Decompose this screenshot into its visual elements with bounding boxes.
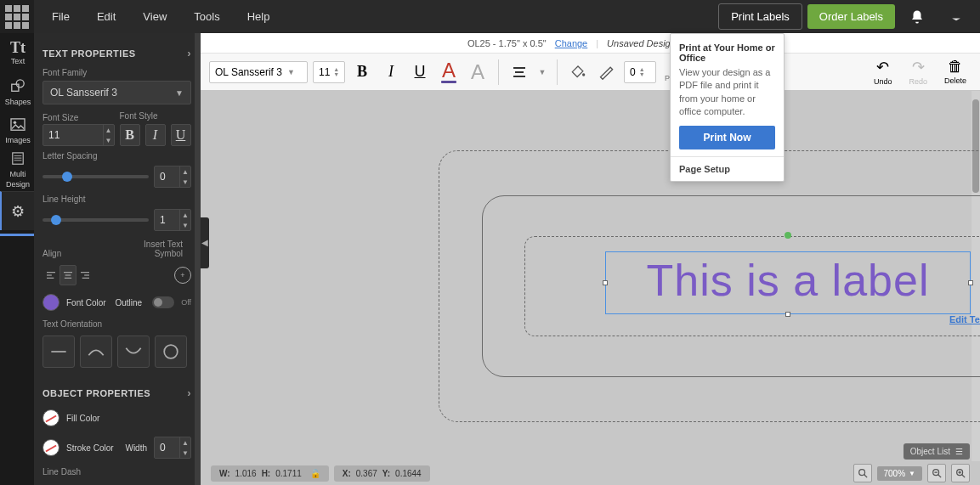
menu-tools[interactable]: Tools bbox=[180, 0, 233, 33]
svg-line-26 bbox=[864, 475, 866, 477]
zoom-in-button[interactable] bbox=[951, 464, 970, 482]
svg-line-33 bbox=[962, 475, 965, 477]
chevron-right-icon: › bbox=[187, 386, 191, 399]
canvas[interactable]: This is a label Edit Text bbox=[201, 91, 980, 471]
text-object-selected[interactable]: This is a label bbox=[605, 251, 971, 314]
redo-button[interactable]: ↷Redo bbox=[904, 58, 932, 86]
tb-textcolor-alt[interactable]: A bbox=[466, 60, 490, 84]
svg-line-29 bbox=[938, 475, 941, 477]
font-color-swatch[interactable] bbox=[42, 294, 59, 311]
canvas-text: This is a label bbox=[606, 252, 970, 308]
document-header: OL25 - 1.75" x 0.5" Change | Unsaved Des… bbox=[201, 33, 980, 54]
expand-more-icon[interactable] bbox=[939, 0, 973, 33]
object-list-button[interactable]: Object List☰ bbox=[904, 443, 970, 460]
main-menu: File Edit View Tools Help bbox=[38, 0, 283, 33]
tb-italic[interactable]: I bbox=[379, 60, 403, 84]
orientation-arc-down[interactable] bbox=[117, 336, 150, 368]
edit-text-link[interactable]: Edit Text bbox=[949, 314, 980, 424]
font-family-select[interactable]: OL Sansserif 3▼ bbox=[42, 81, 191, 104]
insert-symbol-button[interactable]: + bbox=[174, 267, 191, 284]
paint-bucket-icon bbox=[569, 62, 586, 82]
align-center-button[interactable] bbox=[59, 265, 76, 285]
font-family-label: Font Family bbox=[34, 65, 200, 79]
orientation-straight[interactable] bbox=[42, 336, 75, 368]
change-product-link[interactable]: Change bbox=[555, 38, 588, 48]
rail-settings[interactable]: ⚙ bbox=[0, 191, 34, 230]
format-toolbar: OL Sansserif 3▼ 11▲▼ B I U A A ▼ 0▲▼ Pos… bbox=[201, 54, 980, 91]
align-left-button[interactable] bbox=[42, 265, 59, 285]
text-properties-header[interactable]: TEXT PROPERTIES› bbox=[34, 33, 200, 65]
print-now-button[interactable]: Print Now bbox=[679, 126, 775, 149]
svg-rect-4 bbox=[13, 152, 23, 163]
menu-help[interactable]: Help bbox=[234, 0, 284, 33]
orientation-circle[interactable] bbox=[155, 336, 187, 368]
stroke-width-input[interactable]: ▲▼ bbox=[154, 437, 191, 459]
order-labels-button[interactable]: Order Labels bbox=[807, 4, 895, 29]
panel-scrollbar[interactable] bbox=[195, 33, 200, 485]
tb-rotation[interactable]: 0▲▼ bbox=[624, 61, 656, 83]
rail-multidesign[interactable]: MultiDesign bbox=[0, 150, 34, 189]
undo-button[interactable]: ↶Undo bbox=[869, 58, 898, 86]
rotate-handle[interactable] bbox=[785, 232, 791, 239]
tb-stroke[interactable] bbox=[595, 60, 619, 84]
zoom-select[interactable]: 700%▼ bbox=[877, 466, 923, 481]
delete-button[interactable]: 🗑Delete bbox=[939, 58, 972, 86]
shapes-icon bbox=[10, 78, 25, 96]
print-labels-button[interactable]: Print Labels bbox=[718, 3, 802, 30]
letter-spacing-input[interactable]: ▲▼ bbox=[154, 166, 191, 188]
popover-title: Print at Your Home or Office bbox=[671, 34, 784, 66]
notifications-icon[interactable] bbox=[900, 0, 934, 33]
rail-text[interactable]: TtText bbox=[0, 33, 34, 72]
orientation-arc-up[interactable] bbox=[80, 336, 112, 368]
undo-icon: ↶ bbox=[876, 58, 889, 76]
tb-underline[interactable]: U bbox=[408, 60, 432, 84]
tb-font-select[interactable]: OL Sansserif 3▼ bbox=[209, 61, 308, 83]
resize-handle-right[interactable] bbox=[968, 280, 973, 285]
svg-point-18 bbox=[164, 345, 178, 358]
menu-view[interactable]: View bbox=[129, 0, 180, 33]
collapse-panel-handle[interactable]: ◀ bbox=[201, 217, 209, 268]
italic-button[interactable]: I bbox=[145, 124, 166, 146]
line-height-slider[interactable] bbox=[42, 218, 149, 222]
image-icon bbox=[10, 118, 25, 134]
object-properties-header[interactable]: OBJECT PROPERTIES› bbox=[34, 373, 200, 404]
step-down-icon[interactable]: ▼ bbox=[104, 135, 114, 145]
resize-handle-bottom[interactable] bbox=[785, 312, 790, 317]
svg-rect-0 bbox=[12, 84, 19, 91]
menu-file[interactable]: File bbox=[38, 0, 83, 33]
resize-handle-left[interactable] bbox=[603, 280, 608, 285]
menu-edit[interactable]: Edit bbox=[83, 0, 129, 33]
page-setup-link[interactable]: Page Setup bbox=[671, 156, 784, 181]
trash-icon: 🗑 bbox=[948, 58, 963, 76]
underline-button[interactable]: U bbox=[171, 124, 191, 146]
svg-point-1 bbox=[16, 79, 24, 87]
line-height-input[interactable]: ▲▼ bbox=[154, 209, 191, 231]
rail-shapes[interactable]: Shapes bbox=[0, 72, 34, 111]
rail-images[interactable]: Images bbox=[0, 111, 34, 150]
chevron-down-icon: ▼ bbox=[175, 88, 184, 98]
tb-textcolor[interactable]: A bbox=[437, 60, 461, 84]
bold-button[interactable]: B bbox=[120, 124, 140, 146]
chevron-right-icon: › bbox=[187, 47, 191, 59]
fill-color-swatch[interactable] bbox=[42, 409, 59, 426]
tb-align-more[interactable]: ▼ bbox=[536, 60, 548, 84]
stroke-color-swatch[interactable] bbox=[42, 439, 59, 456]
zoom-out-button[interactable] bbox=[927, 464, 946, 482]
step-up-icon[interactable]: ▲ bbox=[104, 125, 114, 135]
tb-fill[interactable] bbox=[566, 60, 590, 84]
tb-align[interactable] bbox=[507, 60, 531, 84]
svg-point-22 bbox=[582, 73, 585, 76]
multidesign-icon bbox=[10, 152, 25, 168]
letter-spacing-slider[interactable] bbox=[42, 175, 149, 178]
lock-aspect-icon[interactable]: 🔓 bbox=[310, 469, 320, 478]
font-size-input[interactable]: ▲▼ bbox=[42, 124, 115, 146]
status-pos: X:0.367 Y:0.1644 bbox=[334, 465, 430, 482]
design-name: Unsaved Design* bbox=[607, 38, 679, 48]
product-code: OL25 - 1.75" x 0.5" bbox=[467, 38, 547, 48]
tb-size-select[interactable]: 11▲▼ bbox=[313, 61, 345, 83]
align-right-button[interactable] bbox=[76, 265, 93, 285]
outline-toggle[interactable] bbox=[152, 296, 174, 308]
zoom-fit-button[interactable] bbox=[853, 464, 872, 482]
tb-bold[interactable]: B bbox=[350, 60, 374, 84]
app-logo[interactable] bbox=[0, 0, 34, 33]
